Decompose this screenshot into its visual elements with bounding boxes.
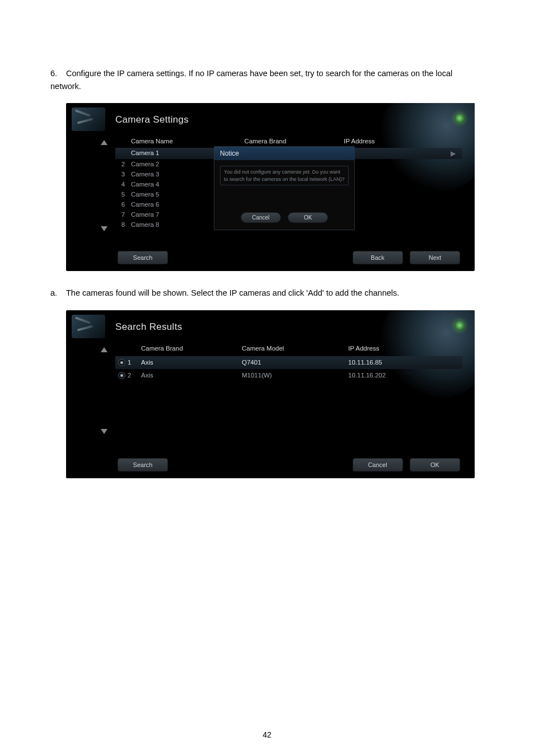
camera-name-cell: Camera 6 xyxy=(131,201,204,208)
step-6-number: 6. xyxy=(50,67,66,80)
camera-name-cell: Camera 2 xyxy=(131,161,204,167)
notice-ok-button[interactable]: OK xyxy=(288,212,328,223)
search-button[interactable]: Search xyxy=(118,458,168,472)
row-index: 7 xyxy=(115,211,131,218)
scroll-down-icon[interactable] xyxy=(101,226,107,231)
step-a: a.The cameras found will be shown. Selec… xyxy=(50,287,484,300)
camera-model-cell: Q7401 xyxy=(242,359,348,366)
page-number: 42 xyxy=(0,730,534,739)
row-index: 3 xyxy=(115,171,131,178)
screenshot-camera-settings: Camera Settings Camera Name Camera Brand… xyxy=(66,103,475,271)
scroll-up-icon[interactable] xyxy=(101,347,107,352)
row-index: 2 xyxy=(128,372,141,379)
header-camera-brand: Camera Brand xyxy=(204,138,327,144)
row-index: 1 xyxy=(128,359,141,366)
ip-address-cell: 10.11.16.85 xyxy=(348,359,462,366)
header-ip-address: IP Address xyxy=(327,138,462,144)
results-table-header: Camera Brand Camera Model IP Address xyxy=(115,345,462,356)
row-index xyxy=(115,150,131,157)
header-camera-name: Camera Name xyxy=(131,138,204,144)
step-6-text: Configure the IP camera settings. If no … xyxy=(50,69,452,91)
row-index: 2 xyxy=(115,161,131,167)
notice-dialog: Notice You did not configure any cameras… xyxy=(214,146,355,230)
camera-name-cell: Camera 3 xyxy=(131,171,204,178)
screenshot-search-results: Search Results Camera Brand Camera Model… xyxy=(66,310,475,478)
page-title: Search Results xyxy=(115,321,182,333)
back-button[interactable]: Back xyxy=(353,251,403,264)
product-logo xyxy=(72,315,105,338)
camera-name-cell: Camera 7 xyxy=(131,211,204,218)
ok-button[interactable]: OK xyxy=(410,458,460,472)
row-index: 4 xyxy=(115,181,131,188)
header-camera-brand: Camera Brand xyxy=(141,345,242,352)
notice-title: Notice xyxy=(214,147,354,160)
row-index: 6 xyxy=(115,201,131,208)
row-radio[interactable] xyxy=(118,372,125,379)
scroll-up-icon[interactable] xyxy=(101,140,107,145)
camera-brand-cell: Axis xyxy=(141,359,242,366)
table-row[interactable]: 1AxisQ740110.11.16.85 xyxy=(115,356,462,369)
cancel-button[interactable]: Cancel xyxy=(353,458,403,472)
search-button[interactable]: Search xyxy=(118,251,168,264)
scroll-down-icon[interactable] xyxy=(101,429,107,434)
table-row[interactable]: 2AxisM1011(W)10.11.16.202 xyxy=(115,369,462,382)
row-index: 8 xyxy=(115,221,131,228)
next-button[interactable]: Next xyxy=(410,251,460,264)
camera-brand-cell: Axis xyxy=(141,372,242,379)
camera-name-cell: Camera 1 xyxy=(131,150,204,157)
notice-cancel-button[interactable]: Cancel xyxy=(241,212,281,223)
camera-model-cell: M1011(W) xyxy=(242,372,348,379)
step-a-text: The cameras found will be shown. Select … xyxy=(66,288,399,297)
camera-name-cell: Camera 5 xyxy=(131,191,204,198)
header-camera-model: Camera Model xyxy=(242,345,348,352)
ip-address-cell: 10.11.16.202 xyxy=(348,372,462,379)
step-6: 6.Configure the IP camera settings. If n… xyxy=(50,67,484,93)
notice-message: You did not configure any cameras yet. D… xyxy=(220,166,349,185)
camera-name-cell: Camera 8 xyxy=(131,221,204,228)
row-index: 5 xyxy=(115,191,131,198)
product-logo xyxy=(72,108,105,131)
row-radio[interactable] xyxy=(118,359,125,366)
camera-name-cell: Camera 4 xyxy=(131,181,204,188)
header-ip-address: IP Address xyxy=(348,345,462,352)
page-title: Camera Settings xyxy=(115,114,189,125)
step-a-number: a. xyxy=(50,287,66,300)
